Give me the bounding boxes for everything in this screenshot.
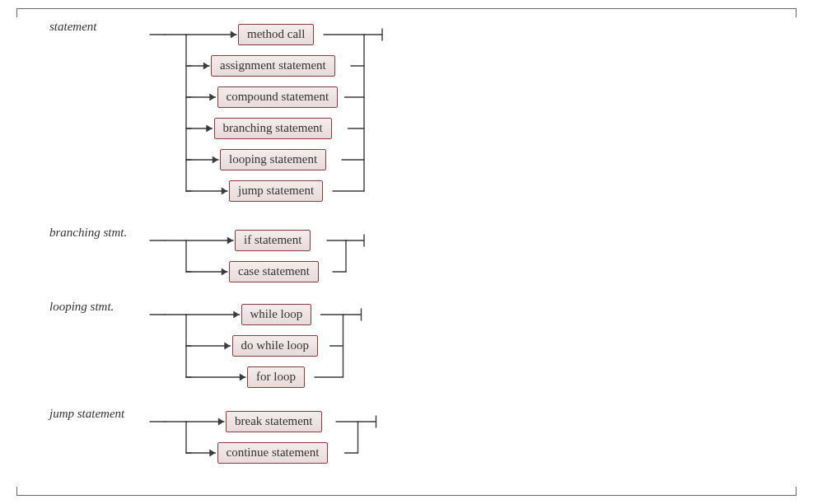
svg-marker-31 [227,237,233,245]
alternative-box: while loop [241,304,312,325]
rule: looping stmt.while loopdo while loopfor … [0,305,813,407]
alternative-box: break statement [226,411,322,432]
alternative-box: for loop [247,366,305,388]
diagram-page: statementmethod callassignment statement… [0,0,813,504]
svg-marker-58 [218,418,224,426]
svg-marker-16 [206,125,212,133]
frame-bottom [16,487,797,496]
alternative-box: compound statement [217,86,339,108]
svg-marker-13 [209,94,215,101]
alternative-box: if statement [235,230,311,251]
rule-name: statement [49,20,97,34]
alternative-box: jump statement [229,180,323,202]
svg-marker-7 [231,31,236,39]
svg-marker-49 [240,374,245,381]
rule-name: looping stmt. [49,300,114,314]
svg-marker-43 [233,311,239,319]
svg-marker-10 [203,63,209,70]
svg-marker-22 [222,188,227,195]
frame-top [16,8,797,17]
alternative-box: branching statement [214,118,332,139]
alternative-box: assignment statement [211,55,335,77]
svg-marker-46 [224,343,230,350]
alternative-box: looping statement [220,149,326,170]
rule: statementmethod callassignment statement… [0,25,813,221]
alternative-box: case statement [229,261,319,282]
rule-name: branching stmt. [49,226,127,240]
svg-marker-19 [213,156,218,164]
alternative-box: method call [238,24,314,45]
alternative-box: do while loop [232,335,319,357]
rule: jump statementbreak statementcontinue st… [0,412,813,483]
alternative-box: continue statement [217,442,329,464]
rule: branching stmt.if statementcase statemen… [0,231,813,301]
svg-marker-34 [222,268,227,276]
svg-marker-61 [209,450,215,457]
rule-name: jump statement [49,407,124,421]
